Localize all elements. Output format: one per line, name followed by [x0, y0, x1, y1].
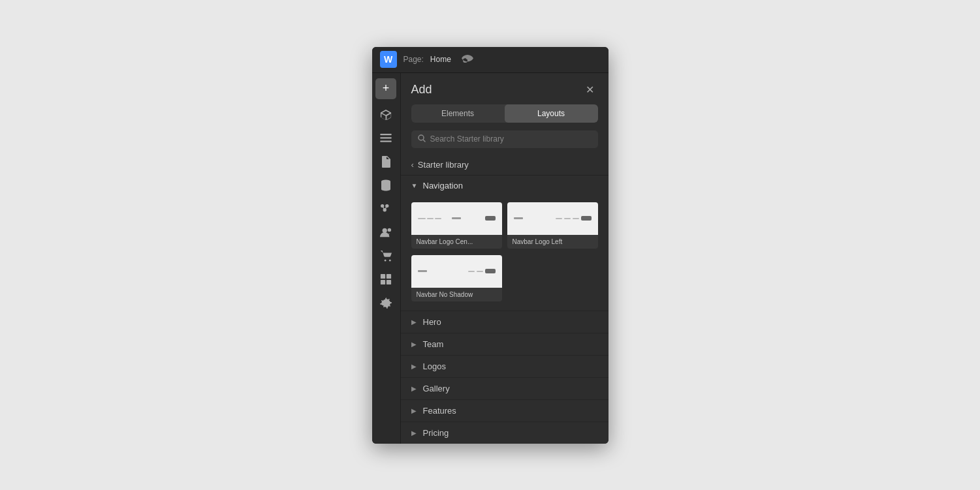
- card-navbar-noshadow[interactable]: Navbar No Shadow: [411, 255, 502, 301]
- page-name: Home: [430, 55, 451, 64]
- nav-cards-grid: Navbar Logo Cen...: [401, 196, 609, 255]
- preview-icon[interactable]: [462, 54, 473, 65]
- tab-layouts[interactable]: Layouts: [505, 104, 598, 123]
- tabs-container: Elements Layouts: [411, 104, 598, 123]
- panel-content: ‹ Starter library ▼ Navigation: [401, 155, 609, 444]
- title-pricing: Pricing: [423, 428, 449, 438]
- add-panel: Add ✕ Elements Layouts: [401, 73, 609, 444]
- section-features[interactable]: ▶ Features: [401, 399, 609, 421]
- caret-gallery: ▶: [411, 385, 419, 392]
- section-team[interactable]: ▶ Team: [401, 333, 609, 355]
- svg-line-19: [423, 140, 425, 142]
- back-arrow-icon: ‹: [411, 160, 414, 170]
- back-label: Starter library: [418, 160, 469, 170]
- card-preview-noshadow: [411, 255, 502, 288]
- sidebar-cart[interactable]: [375, 245, 396, 266]
- section-logos[interactable]: ▶ Logos: [401, 355, 609, 377]
- title-team: Team: [423, 339, 444, 349]
- card-label-navbar-noshadow: Navbar No Shadow: [411, 288, 502, 301]
- svg-rect-16: [387, 279, 391, 284]
- svg-rect-0: [380, 134, 392, 135]
- sidebar-assets[interactable]: [375, 269, 396, 290]
- card-label-navbar-left: Navbar Logo Left: [507, 235, 598, 249]
- section-hero[interactable]: ▶ Hero: [401, 311, 609, 333]
- sidebar: +: [372, 73, 401, 444]
- tab-elements[interactable]: Elements: [411, 104, 505, 123]
- back-navigation[interactable]: ‹ Starter library: [401, 155, 609, 176]
- caret-hero: ▶: [411, 318, 419, 326]
- caret-pricing: ▶: [411, 429, 419, 436]
- svg-point-18: [419, 135, 424, 140]
- sidebar-ecommerce[interactable]: [375, 198, 396, 219]
- page-prefix: Page:: [403, 55, 424, 64]
- section-gallery[interactable]: ▶ Gallery: [401, 377, 609, 399]
- sidebar-pages[interactable]: [375, 151, 396, 172]
- svg-point-11: [385, 259, 387, 261]
- panel-header: Add ✕: [401, 73, 609, 104]
- svg-point-10: [388, 228, 391, 231]
- panel-title: Add: [411, 83, 432, 97]
- title-gallery: Gallery: [423, 384, 450, 393]
- svg-rect-13: [381, 273, 385, 278]
- search-bar: [411, 130, 598, 148]
- card-label-navbar-center: Navbar Logo Cen...: [411, 235, 502, 249]
- card-preview-left: [507, 202, 598, 235]
- svg-rect-2: [380, 140, 392, 142]
- svg-point-4: [381, 204, 384, 207]
- top-bar: W Page: Home: [372, 47, 609, 73]
- search-input[interactable]: [430, 134, 592, 144]
- close-button[interactable]: ✕: [582, 82, 598, 98]
- title-hero: Hero: [423, 317, 441, 327]
- svg-rect-14: [387, 273, 391, 278]
- sidebar-users[interactable]: [375, 222, 396, 243]
- sidebar-cube[interactable]: [375, 104, 396, 125]
- svg-point-12: [389, 259, 391, 261]
- title-logos: Logos: [423, 361, 446, 371]
- add-button[interactable]: +: [375, 78, 396, 99]
- sidebar-settings[interactable]: [375, 292, 396, 313]
- title-features: Features: [423, 406, 456, 416]
- app-window: W Page: Home +: [372, 47, 609, 444]
- caret-features: ▶: [411, 407, 419, 414]
- section-navigation[interactable]: ▼ Navigation: [401, 176, 609, 196]
- sidebar-cms[interactable]: [375, 175, 396, 196]
- section-title-navigation: Navigation: [423, 181, 463, 191]
- sidebar-layers[interactable]: [375, 128, 396, 149]
- svg-rect-15: [381, 279, 385, 284]
- nav-cards-single: Navbar No Shadow: [401, 255, 609, 311]
- section-pricing[interactable]: ▶ Pricing: [401, 421, 609, 444]
- svg-point-9: [383, 228, 387, 232]
- svg-point-5: [385, 204, 388, 207]
- section-caret-navigation: ▼: [411, 182, 419, 189]
- card-preview-center: [411, 202, 502, 235]
- svg-rect-1: [380, 137, 392, 138]
- caret-logos: ▶: [411, 363, 419, 370]
- card-navbar-left[interactable]: Navbar Logo Left: [507, 202, 598, 249]
- search-icon: [418, 134, 426, 144]
- caret-team: ▶: [411, 341, 419, 348]
- main-area: +: [372, 73, 609, 444]
- webflow-logo: W: [380, 51, 397, 68]
- card-navbar-center[interactable]: Navbar Logo Cen...: [411, 202, 502, 249]
